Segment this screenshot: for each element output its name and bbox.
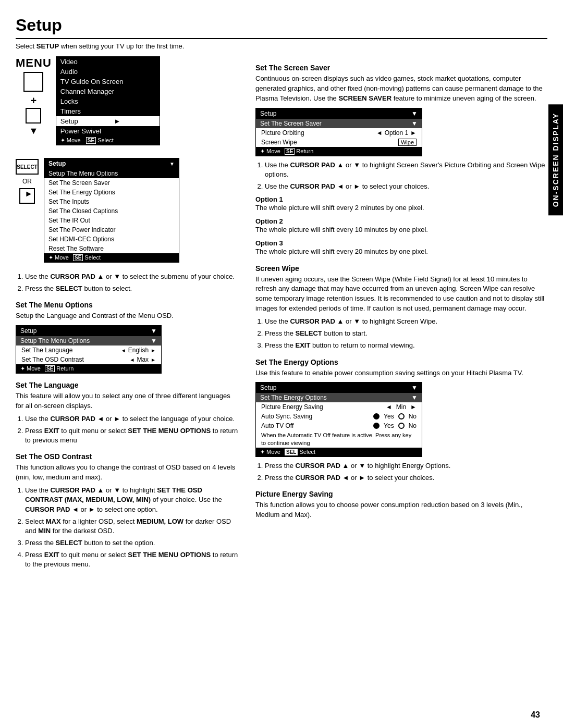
set-language-steps: Use the CURSOR PAD ◄ or ► to select the … — [16, 414, 240, 446]
osd-step-3: Press the SELECT button to set the optio… — [25, 538, 240, 548]
menu-item-timers[interactable]: Timers — [56, 106, 160, 116]
energy-box: Setup ▼ Set The Energy Options ▼ Picture… — [255, 382, 422, 457]
menu-item-tvguide[interactable]: TV Guide On Screen — [56, 77, 160, 87]
option3-heading: Option 3 — [255, 239, 547, 247]
osd-selected-arrow: ▼ — [151, 337, 157, 344]
down-arrow-icon: ▼ — [29, 126, 38, 137]
or-label: OR — [22, 178, 32, 185]
energy-autosync-label: Auto Sync. Saving — [261, 413, 312, 420]
option1-text: The whole picture will shift every 2 min… — [255, 203, 547, 213]
sw-step-3: Press the EXIT button to return to norma… — [265, 341, 547, 350]
set-menu-options-text: Setup the Language and Contrast of the M… — [16, 311, 240, 321]
ss-move-icon: ✦ Move — [260, 148, 280, 155]
submenu-item-inputs[interactable]: Set The Inputs — [44, 197, 179, 206]
ss-orbiting-label: Picture Orbiting — [261, 129, 304, 137]
osd-language-label: Set The Language — [21, 347, 73, 354]
menu-box-diagram — [23, 72, 43, 92]
osd-row-contrast: Set The OSD Contrast Max — [16, 355, 161, 364]
language-step-1: Use the CURSOR PAD ◄ or ► to select the … — [25, 414, 240, 424]
autosync-no-radio[interactable] — [398, 413, 405, 419]
menu-item-locks[interactable]: Locks — [56, 96, 160, 106]
submenu-item-energy[interactable]: Set The Energy Options — [44, 188, 179, 197]
right-column: Set The Screen Saver Continuous on-scree… — [255, 56, 547, 573]
set-language-text: This feature will allow you to select an… — [16, 391, 240, 411]
autotvoff-yes-radio[interactable] — [373, 423, 380, 429]
osd-row-language: Set The Language English — [16, 346, 161, 355]
autotvoff-no-label: No — [409, 422, 417, 429]
ss-wipe-value: Wipe — [398, 139, 417, 146]
osd-contrast-label: Set The OSD Contrast — [21, 356, 84, 363]
option3-text: The whole picture will shift every 20 mi… — [255, 247, 547, 257]
setup-submenu-box: Setup ▼ Setup The Menu Options Set The S… — [44, 158, 179, 263]
menu-item-audio[interactable]: Audio — [56, 67, 160, 77]
menu-box-small — [26, 108, 41, 124]
osd-contrast-steps: Use the CURSOR PAD ▲ or ▼ to highlight S… — [16, 486, 240, 570]
arrow-right2-icon — [151, 356, 156, 363]
energy-steps: Press the CURSOR PAD ▲ or ▼ to highlight… — [255, 461, 547, 483]
menu-item-setup[interactable]: Setup ► — [56, 116, 160, 126]
intro-text: Select SETUP when setting your TV up for… — [16, 42, 547, 50]
on-screen-display-tab: ON-SCREEN DISPLAY — [548, 104, 563, 215]
arrow-left2-icon — [130, 356, 135, 363]
menu-label-block: MENU + ▼ — [16, 56, 52, 137]
select-button[interactable]: SELECT — [16, 159, 39, 175]
energy-row-autosync: Auto Sync. Saving Yes No — [256, 412, 422, 421]
osd-box: Setup ▼ Setup The Menu Options ▼ Set The… — [16, 325, 162, 374]
ss-row-orbiting: Picture Orbiting ◄ Option 1 ► — [256, 128, 422, 138]
energy-step-2: Press the CURSOR PAD ◄ or ► to select yo… — [265, 473, 547, 483]
submenu-header: Setup ▼ — [44, 158, 179, 169]
autotvoff-no-radio[interactable] — [398, 423, 405, 429]
screen-wipe-text: If uneven aging occurs, use the Screen W… — [255, 275, 547, 314]
menu-diagram: MENU + ▼ Video Audio TV Guide On Screen … — [16, 56, 240, 145]
set-osd-contrast-heading: Set The OSD Contrast — [16, 452, 240, 461]
osd-move-icon: ✦ Move — [20, 365, 41, 372]
submenu-item-screensaver[interactable]: Set The Screen Saver — [44, 178, 179, 188]
ss-left-arrow-icon: ◄ — [376, 129, 383, 137]
submenu-item-hdmicec[interactable]: Set HDMI-CEC Options — [44, 235, 179, 244]
option1-heading: Option 1 — [255, 195, 547, 203]
set-screen-saver-text: Continuous on-screen displays such as vi… — [255, 74, 547, 104]
submenu-title: Setup — [48, 160, 66, 167]
sw-step-1: Use the CURSOR PAD ▲ or ▼ to highlight S… — [265, 317, 547, 326]
energy-dropdown-selected: Set The Energy Options ▼ — [256, 393, 422, 402]
ss-wipe-label: Screen Wipe — [261, 139, 297, 146]
osd-step-4: Press EXIT to quit menu or select SET TH… — [25, 550, 240, 569]
page-container: Setup Select SETUP when setting your TV … — [0, 0, 563, 728]
menu-list-box: Video Audio TV Guide On Screen Channel M… — [56, 56, 160, 145]
osd-contrast-value: Max — [130, 356, 156, 363]
picture-energy-saving-heading: Picture Energy Saving — [255, 490, 547, 498]
main-steps-list: Use the CURSOR PAD ▲ or ▼ to select the … — [16, 272, 240, 293]
submenu-item-resetsoftware[interactable]: Reset The Software — [44, 244, 179, 253]
page-number: 43 — [531, 710, 540, 720]
submenu-item-captions[interactable]: Set The Closed Captions — [44, 206, 179, 216]
energy-autosync-value: Yes No — [373, 413, 417, 420]
energy-row-saving: Picture Energy Saving ◄ Min ► — [256, 402, 422, 412]
autosync-yes-radio[interactable] — [373, 413, 380, 419]
move-icon2: ✦ Move — [48, 254, 69, 261]
menu-item-powerswivel[interactable]: Power Swivel — [56, 126, 160, 136]
energy-saving-value: ◄ Min ► — [386, 403, 417, 411]
energy-selected-label: Set The Energy Options — [260, 394, 327, 401]
menu-item-channel[interactable]: Channel Manager — [56, 87, 160, 96]
set-energy-options-text: Use this feature to enable power consump… — [255, 368, 547, 378]
ss-header: Setup ▼ — [256, 108, 422, 119]
ss-selected-label: Set The Screen Saver — [260, 120, 322, 127]
set-osd-contrast-text: This function allows you to change the c… — [16, 463, 240, 483]
ss-step-1: Use the CURSOR PAD ▲ or ▼ to highlight S… — [265, 161, 547, 179]
language-step-2: Press EXIT to quit menu or select SET TH… — [25, 426, 240, 445]
ss-step-2: Use the CURSOR PAD ◄ or ► to select your… — [265, 182, 547, 191]
energy-left-arrow-icon: ◄ — [386, 403, 392, 411]
submenu-item-menuoptions[interactable]: Setup The Menu Options — [44, 169, 179, 178]
picture-energy-saving-text: This function allows you to choose power… — [255, 500, 547, 520]
autosync-no-label: No — [409, 413, 417, 420]
submenu-item-irout[interactable]: Set The IR Out — [44, 216, 179, 225]
osd-dropdown-arrow-icon: ▼ — [151, 327, 157, 335]
contrast-value: Max — [137, 356, 149, 363]
menu-item-video[interactable]: Video — [56, 57, 160, 67]
option2-heading: Option 2 — [255, 217, 547, 225]
energy-saving-text: Min — [396, 403, 406, 411]
osd-selected-label: Setup The Menu Options — [20, 337, 90, 344]
submenu-item-powerindicator[interactable]: Set The Power Indicator — [44, 225, 179, 235]
osd-step-1: Use the CURSOR PAD ▲ or ▼ to highlight S… — [25, 486, 240, 514]
main-step-1: Use the CURSOR PAD ▲ or ▼ to select the … — [25, 272, 240, 281]
